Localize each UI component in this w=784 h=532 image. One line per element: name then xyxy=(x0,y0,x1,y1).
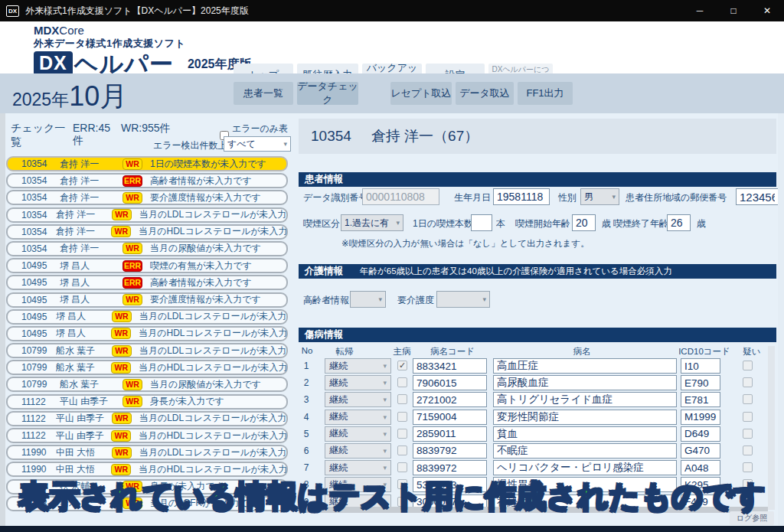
check-list-item[interactable]: 11122 平山 由季子 WR 当月のHDLコレステロールが未入力です xyxy=(6,428,288,443)
icd10-input[interactable] xyxy=(681,443,720,459)
check-list-item[interactable]: 10354 倉持 洋一 ERR 高齢者情報が未入力です xyxy=(6,173,288,188)
suspected-checkbox[interactable] xyxy=(743,377,753,387)
col-main: 主病 xyxy=(394,346,411,357)
outcome-select[interactable]: 継続▾ xyxy=(325,392,391,407)
check-list-item[interactable]: 10799 船水 葉子 WR 当月のHDLコレステロールが未入力です xyxy=(6,360,288,375)
close-button[interactable]: ✕ xyxy=(750,0,784,21)
disease-name-input[interactable] xyxy=(493,358,677,374)
check-list-item[interactable]: 10495 堺 昌人 ERR 高齢者情報が未入力です xyxy=(6,275,288,290)
icd10-input[interactable] xyxy=(681,375,720,390)
suspected-checkbox[interactable] xyxy=(743,394,753,404)
outcome-select[interactable]: 継続▾ xyxy=(325,375,391,390)
patient-list-button[interactable]: 患者一覧 xyxy=(234,82,293,105)
suspected-checkbox[interactable] xyxy=(743,429,753,439)
check-list-item[interactable]: 10354 倉持 洋一 WR 当月のLDLコレステロールが未入力です xyxy=(6,207,288,223)
icd10-input[interactable] xyxy=(681,392,720,407)
patient-info-title: 患者情報 xyxy=(305,173,343,186)
disease-code-input[interactable] xyxy=(413,410,487,425)
care-level-select[interactable]: ▾ xyxy=(436,291,490,308)
smoke-select[interactable]: 1.過去に有▾ xyxy=(341,214,403,231)
helper-logo-text: ヘルパー xyxy=(74,52,174,76)
outcome-select[interactable]: 継続▾ xyxy=(325,426,391,442)
check-list-scrollbar[interactable] xyxy=(0,113,5,526)
check-list-item[interactable]: 10495 堺 昌人 WR 当月のHDLコレステロールが未入力です xyxy=(6,326,288,341)
main-disease-checkbox[interactable] xyxy=(397,462,407,472)
item-patient-id: 10495 xyxy=(21,328,51,339)
check-panel-title: チェック一覧 xyxy=(11,122,73,149)
outcome-select[interactable]: 継続▾ xyxy=(325,443,391,459)
check-list-item[interactable]: 10354 倉持 洋一 WR 当月のHDLコレステロールが未入力です xyxy=(6,224,288,240)
icd10-input[interactable] xyxy=(681,358,720,374)
suspected-checkbox[interactable] xyxy=(743,462,753,472)
check-list-item[interactable]: 10495 堺 昌人 ERR 喫煙の有無が未入力です xyxy=(6,258,288,273)
item-patient-name: 倉持 洋一 xyxy=(60,158,121,171)
check-list-item[interactable]: 10799 船水 葉子 WR 当月のLDLコレステロールが未入力です xyxy=(6,343,288,358)
disease-code-input[interactable] xyxy=(413,460,487,475)
suspected-checkbox[interactable] xyxy=(743,361,753,370)
zip-input[interactable] xyxy=(736,188,779,205)
check-list-item[interactable]: 10495 堺 昌人 WR 当月のLDLコレステロールが未入力です xyxy=(6,309,288,325)
item-patient-name: 堺 昌人 xyxy=(56,327,109,340)
data-check-button[interactable]: データチェック xyxy=(297,82,358,105)
icd10-input[interactable] xyxy=(681,426,720,442)
check-list-item[interactable]: 10354 倉持 洋一 WR 要介護度情報が未入力です xyxy=(6,190,288,205)
maximize-button[interactable]: □ xyxy=(717,0,750,21)
current-month: 2025年 10月 xyxy=(12,78,127,116)
smoke-start-input[interactable] xyxy=(572,214,596,231)
elder-select[interactable]: ▾ xyxy=(350,291,386,308)
main-disease-checkbox[interactable] xyxy=(397,429,407,439)
icd10-input[interactable] xyxy=(681,460,720,475)
error-message: 当月のLDLコレステロールが未入力です xyxy=(139,446,286,459)
check-list-item[interactable]: 11990 中田 大悟 WR 当月のLDLコレステロールが未入力です xyxy=(6,445,288,460)
disease-name-input[interactable] xyxy=(493,426,677,442)
disease-row: 7 継続▾ xyxy=(299,460,776,475)
main-disease-checkbox[interactable] xyxy=(397,412,407,422)
ff1-export-button[interactable]: FF1出力 xyxy=(518,82,573,105)
check-list-item[interactable]: 10354 倉持 洋一 WR 1日の喫煙本数が未入力です xyxy=(6,156,288,171)
check-list-item[interactable]: 11122 平山 由季子 WR 身長が未入力です xyxy=(6,394,288,410)
brand-name: MDXCore xyxy=(34,24,252,37)
smoke-end-input[interactable] xyxy=(667,214,691,231)
check-list-item[interactable]: 10354 倉持 洋一 WR 当月の尿酸値が未入力です xyxy=(6,241,288,256)
disease-code-input[interactable] xyxy=(413,358,487,374)
suspected-checkbox[interactable] xyxy=(743,412,753,422)
cigs-input[interactable] xyxy=(471,214,492,231)
main-disease-checkbox[interactable] xyxy=(397,377,407,387)
check-list-item[interactable]: 11990 中田 大悟 WR 当月のHDLコレステロールが未入力です xyxy=(6,462,288,477)
disease-code-input[interactable] xyxy=(413,392,487,407)
disease-name-input[interactable] xyxy=(493,410,677,425)
check-list-item[interactable]: 11122 平山 由季子 WR 当月のLDLコレステロールが未入力です xyxy=(6,411,288,426)
error-message: 当月のLDLコレステロールが未入力です xyxy=(139,412,286,425)
sex-select[interactable]: 男▾ xyxy=(580,188,619,205)
disease-code-input[interactable] xyxy=(413,426,487,442)
icd10-input[interactable] xyxy=(681,410,720,425)
suspected-checkbox[interactable] xyxy=(743,446,753,455)
severity-badge: WR xyxy=(112,413,132,424)
error-limit-select[interactable]: すべて▾ xyxy=(224,136,291,152)
disease-name-input[interactable] xyxy=(493,392,677,407)
outcome-select[interactable]: 継続▾ xyxy=(325,410,391,425)
check-list-item[interactable]: 10495 堺 昌人 WR 要介護度情報が未入力です xyxy=(6,292,288,308)
main-disease-checkbox[interactable] xyxy=(397,446,407,455)
chevron-down-icon: ▾ xyxy=(383,396,387,403)
disease-name-input[interactable] xyxy=(493,460,677,475)
data-import-button[interactable]: データ取込 xyxy=(456,82,514,105)
birth-input[interactable] xyxy=(493,188,550,205)
disease-code-input[interactable] xyxy=(413,375,487,390)
disease-name-input[interactable] xyxy=(493,375,677,390)
patient-header: 10354 倉持 洋一（67） xyxy=(299,119,776,154)
main-disease-checkbox[interactable] xyxy=(397,394,407,404)
error-message: 当月のHDLコレステロールが未入力です xyxy=(139,225,286,238)
minimize-button[interactable]: ─ xyxy=(683,0,717,21)
panel-scrollbar[interactable] xyxy=(778,113,784,526)
recept-import-button[interactable]: レセプト取込 xyxy=(390,82,452,105)
item-patient-id: 11122 xyxy=(21,397,55,407)
disease-code-input[interactable] xyxy=(413,443,487,459)
disease-name-input[interactable] xyxy=(493,443,677,459)
check-list-item[interactable]: 10799 船水 葉子 WR 当月の尿酸値が未入力です xyxy=(6,377,288,392)
outcome-select[interactable]: 継続▾ xyxy=(325,358,391,374)
outcome-select[interactable]: 継続▾ xyxy=(325,460,391,475)
main-disease-checkbox[interactable] xyxy=(397,361,407,370)
error-message: 高齢者情報が未入力です xyxy=(150,276,252,289)
title-bar: DX 外来様式1作成支援ソフト【DXヘルパー】2025年度版 ─ □ ✕ xyxy=(0,0,784,21)
